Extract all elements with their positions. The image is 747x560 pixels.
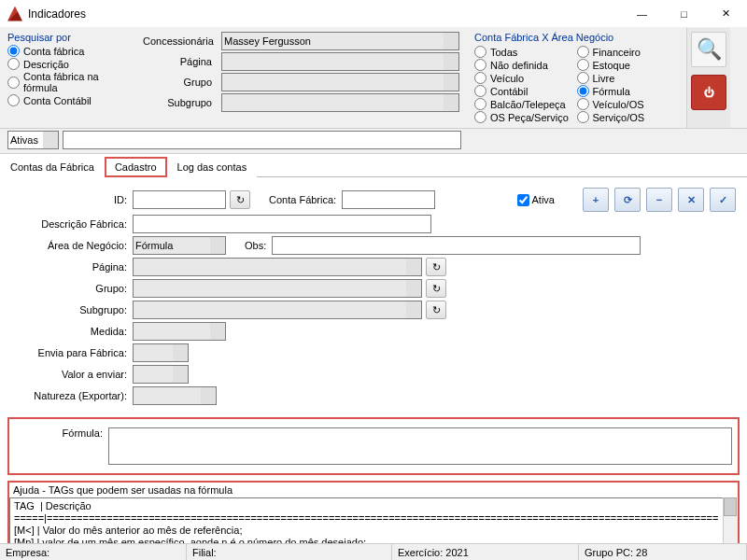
status-filter-select[interactable]: Ativas (7, 131, 59, 149)
subgrupo-filter-select[interactable] (221, 93, 459, 112)
radio-conta-contabil[interactable] (7, 94, 20, 106)
tab-contas-fabrica[interactable]: Contas da Fábrica (0, 157, 105, 177)
cancel-button[interactable]: ✕ (678, 188, 704, 212)
search-button[interactable]: 🔍 (691, 32, 726, 67)
radio-contabil[interactable] (474, 85, 486, 97)
ativa-checkbox[interactable] (517, 194, 529, 206)
id-lookup-button[interactable]: ↻ (230, 190, 250, 209)
help-title: Ajuda - TAGs que podem ser usadas na fór… (9, 483, 738, 497)
refresh-button[interactable]: ⟳ (614, 188, 641, 212)
radio-servico-os[interactable] (577, 111, 589, 123)
grupo-select[interactable] (133, 279, 422, 298)
titlebar: Indicadores — □ ✕ (0, 0, 747, 28)
power-button[interactable]: ⏻ (691, 75, 726, 110)
maximize-button[interactable]: □ (663, 0, 705, 28)
add-button[interactable]: + (583, 188, 609, 212)
grupo-filter-select[interactable] (221, 73, 459, 91)
radio-formula[interactable] (577, 85, 589, 97)
obs-input[interactable] (272, 236, 641, 255)
close-button[interactable]: ✕ (705, 0, 747, 28)
id-input[interactable] (133, 190, 226, 209)
radio-conta-fabrica[interactable] (7, 45, 20, 57)
pagina-select[interactable] (133, 258, 422, 276)
grupo-lookup-button[interactable]: ↻ (426, 279, 446, 298)
subgrupo-lookup-button[interactable]: ↻ (426, 301, 446, 319)
statusbar: Empresa: Filial: Exercício: 2021 Grupo P… (0, 543, 747, 560)
radio-veiculo-os[interactable] (577, 98, 589, 110)
pagina-lookup-button[interactable]: ↻ (426, 258, 446, 276)
window-title: Indicadores (28, 7, 621, 21)
radio-financeiro[interactable] (577, 46, 589, 58)
remove-button[interactable]: − (646, 188, 672, 212)
subgrupo-select[interactable] (133, 301, 422, 319)
concessionaria-select[interactable]: Massey Fergusson (221, 32, 459, 50)
tabs: Contas da Fábrica Cadastro Log das conta… (0, 156, 747, 177)
scroll-thumb[interactable] (724, 497, 737, 516)
plus-icon: + (593, 194, 599, 205)
minus-icon: − (656, 194, 662, 205)
filter-toolbar: Pesquisar por Conta fábrica Descrição Co… (0, 28, 747, 129)
radio-balcao[interactable] (474, 98, 486, 110)
check-icon: ✓ (719, 194, 727, 206)
search-input[interactable] (63, 131, 461, 149)
conta-fabrica-input[interactable] (342, 190, 435, 209)
valor-enviar-select[interactable] (133, 365, 189, 384)
descricao-fabrica-input[interactable] (133, 215, 431, 233)
power-icon: ⏻ (704, 87, 714, 98)
formula-input[interactable] (108, 427, 732, 465)
x-icon: ✕ (687, 194, 696, 206)
form-cadastro: ID: ↻ Conta Fábrica: Ativa + ⟳ − ✕ ✓ Des… (0, 177, 747, 412)
tab-cadastro[interactable]: Cadastro (105, 157, 167, 177)
formula-panel: Fórmula: (7, 417, 740, 475)
refresh-icon: ↻ (432, 261, 441, 273)
medida-select[interactable] (133, 322, 226, 341)
minimize-button[interactable]: — (621, 0, 663, 28)
radio-estoque[interactable] (577, 59, 589, 71)
refresh-icon: ↻ (236, 194, 245, 206)
pagina-filter-select[interactable] (221, 52, 459, 71)
envia-fabrica-select[interactable] (133, 343, 189, 362)
radio-descricao[interactable] (7, 58, 20, 70)
refresh-icon: ↻ (432, 304, 441, 316)
natureza-select[interactable] (133, 386, 217, 405)
radio-os-peca[interactable] (474, 111, 486, 123)
area-negocio-select[interactable]: Fórmula (133, 236, 226, 255)
refresh-icon: ↻ (432, 283, 441, 295)
cycle-icon: ⟳ (624, 194, 632, 206)
radio-conta-fabrica-formula[interactable] (7, 77, 20, 89)
search-by-title: Pesquisar por (7, 32, 128, 43)
radio-veiculo[interactable] (474, 72, 486, 84)
radio-livre[interactable] (577, 72, 589, 84)
radio-todas[interactable] (474, 46, 486, 58)
radio-nao-definida[interactable] (474, 59, 486, 71)
app-icon (7, 7, 22, 21)
tab-log-contas[interactable]: Log das contas (167, 157, 258, 177)
confirm-button[interactable]: ✓ (710, 188, 736, 212)
area-negocio-title: Conta Fábrica X Área Negócio (474, 32, 679, 43)
search-icon: 🔍 (697, 37, 722, 62)
